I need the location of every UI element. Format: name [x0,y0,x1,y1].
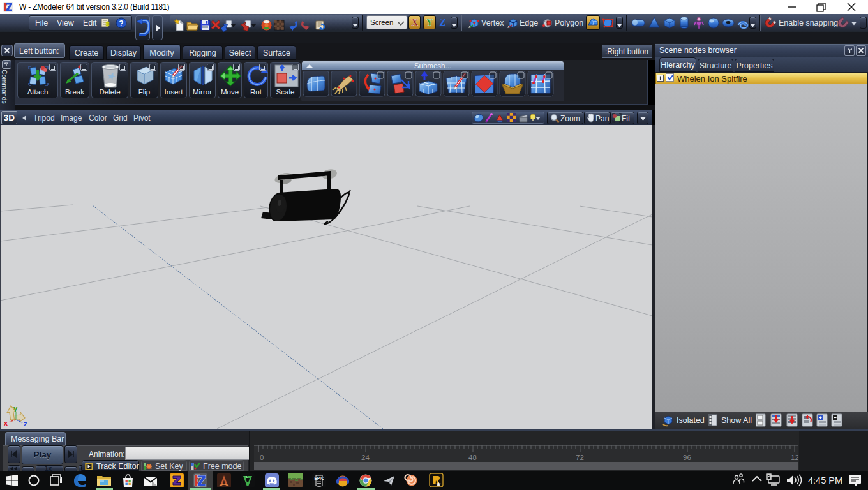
svg-text:48: 48 [468,454,477,461]
svg-text:z: z [24,420,27,427]
svg-text:?: ? [119,19,123,28]
svg-text:0: 0 [260,454,264,461]
svg-text:72: 72 [576,454,584,461]
svg-text:y: y [13,405,18,412]
svg-text:X: X [412,17,419,27]
svg-text:4:45 PM: 4:45 PM [808,475,842,486]
svg-text:Y: Y [426,17,433,27]
svg-text:24: 24 [361,454,370,461]
svg-text:12: 12 [791,454,798,461]
svg-text:Z: Z [439,17,446,27]
svg-text:EPIC: EPIC [314,476,324,480]
svg-text:x: x [4,419,8,427]
svg-text:96: 96 [683,454,691,461]
